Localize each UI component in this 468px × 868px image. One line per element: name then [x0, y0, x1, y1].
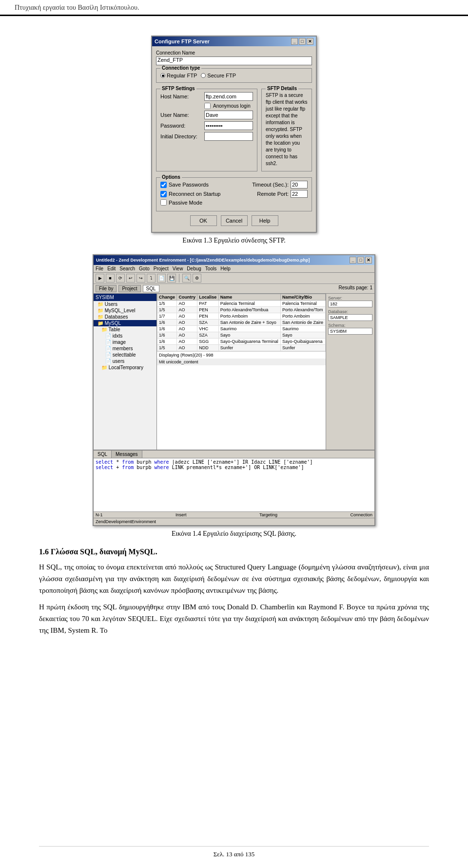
- bottom-tab-messages[interactable]: Messages: [112, 451, 142, 458]
- user-input[interactable]: [204, 111, 253, 119]
- tree-item-members[interactable]: 📄 members: [94, 345, 156, 352]
- toolbar-btn-1[interactable]: ▶: [96, 274, 104, 283]
- minimize-btn[interactable]: _: [291, 38, 298, 45]
- ide-table-area: Change Country Localise Name Name/City/B…: [157, 294, 374, 450]
- tree-item-users2[interactable]: 📄 users: [94, 358, 156, 364]
- menu-debug[interactable]: Debug: [187, 266, 201, 271]
- schema-label: Schema:: [328, 323, 372, 328]
- menu-file[interactable]: File: [96, 266, 103, 271]
- results-heading: Results page: 1: [339, 285, 373, 292]
- ide-minimize-btn[interactable]: _: [350, 257, 356, 264]
- toolbar-btn-5[interactable]: ↪: [136, 274, 145, 283]
- toolbar-btn-7[interactable]: 📄: [157, 274, 166, 283]
- maximize-btn[interactable]: □: [299, 38, 306, 45]
- toolbar-btn-2[interactable]: ■: [106, 274, 115, 283]
- col-namecity: Name/City/Bio: [281, 294, 326, 301]
- cancel-button[interactable]: Cancel: [221, 215, 248, 226]
- cell-country: AO: [177, 339, 197, 345]
- password-input[interactable]: [204, 121, 253, 130]
- toolbar-btn-8[interactable]: 💾: [167, 274, 176, 283]
- tab-sql[interactable]: SQL: [143, 285, 159, 292]
- reconnect-row: Reconnect on Startup Remote Port:: [160, 190, 308, 198]
- figure-1-container: Configure FTP Server _ □ ✕ Connection Na…: [39, 36, 429, 245]
- ftp-dialog-title: Configure FTP Server: [155, 38, 210, 44]
- ide-bottom-panel: SQL Messages select * from burph where |…: [94, 450, 374, 518]
- cell-country: AO: [177, 332, 197, 339]
- initial-dir-input[interactable]: [204, 132, 253, 141]
- host-row: Host Name:: [160, 92, 253, 101]
- password-label: Password:: [160, 123, 204, 129]
- sql-input-area[interactable]: select * from burph where |adezc LINE ['…: [94, 458, 374, 511]
- help-button[interactable]: Help: [252, 215, 278, 226]
- options-label: Options: [160, 174, 182, 180]
- status-text: Displaying (Rows)(20) - 998: [159, 353, 214, 358]
- menu-edit[interactable]: Edit: [107, 266, 116, 271]
- initial-dir-row: Initial Directory:: [160, 132, 253, 141]
- page-header: Πτυχιακή εργασία του Βασίλη Ιστικόπουλου…: [0, 0, 468, 16]
- tab-project[interactable]: Project: [118, 285, 140, 292]
- schema-value: SYSIBM: [328, 328, 372, 335]
- toolbar-btn-4[interactable]: ↩: [126, 274, 135, 283]
- tree-item-mysqllevel[interactable]: 📁 MySQL_Level: [94, 307, 156, 314]
- table-row: 1/7 AO PEN Porto Amboim Porto Amboim: [157, 313, 326, 320]
- host-input[interactable]: [204, 92, 253, 101]
- sql-text-2: burph: [136, 459, 154, 465]
- cell-name: San Antonio de Zaire + Soyo: [218, 320, 280, 326]
- passive-mode-checkbox[interactable]: [160, 199, 167, 206]
- ide-toolbar: ▶ ■ ⟳ ↩ ↪ ⤵ 📄 💾 🔍 ⚙: [94, 273, 374, 284]
- timeout-input[interactable]: [291, 181, 308, 189]
- save-passwords-checkbox[interactable]: [160, 182, 167, 188]
- password-row: Password:: [160, 121, 253, 130]
- tree-item-table[interactable]: 📁 Table: [94, 326, 156, 333]
- menu-goto[interactable]: Goto: [139, 266, 150, 271]
- conn-name-row: Zend_FTP: [156, 57, 312, 65]
- toolbar-btn-9[interactable]: 🔍: [182, 274, 191, 283]
- ide-maximize-btn[interactable]: □: [357, 257, 364, 264]
- cell-change: 1/6: [157, 320, 177, 326]
- sql-text-4: +: [116, 465, 122, 470]
- toolbar-btn-6[interactable]: ⤵: [147, 274, 156, 283]
- ftp-dialog-titlebar: Configure FTP Server _ □ ✕: [152, 37, 316, 46]
- close-btn[interactable]: ✕: [307, 38, 313, 45]
- ok-button[interactable]: OK: [190, 215, 217, 226]
- menu-project[interactable]: Project: [154, 266, 169, 271]
- col-country: Country: [177, 294, 197, 301]
- tree-item-databases[interactable]: 📁 Databases: [94, 314, 156, 320]
- sql-text-6: LINK premanentl*s ezname+'] OR LINK['ezn…: [172, 465, 304, 470]
- cell-name: Sayo-Quibaiguarena Terminal: [218, 339, 280, 345]
- tree-item-users[interactable]: 📁 Users: [94, 301, 156, 307]
- user-row: User Name:: [160, 111, 253, 119]
- menu-tools[interactable]: Tools: [205, 266, 216, 271]
- tree-item-image[interactable]: 📄 image: [94, 339, 156, 345]
- ide-close-btn[interactable]: ✕: [365, 257, 372, 264]
- tree-item-selecttable[interactable]: 📄 selecttable: [94, 352, 156, 358]
- bottom-tab-sql[interactable]: SQL: [94, 451, 112, 458]
- conn-name-input[interactable]: Zend_FTP: [156, 57, 312, 65]
- cell-localise: SZA: [197, 320, 218, 326]
- tree-item-idxts[interactable]: 📄 idxts: [94, 333, 156, 339]
- passive-mode-label: Passive Mode: [169, 200, 202, 206]
- sql-keyword-where: where: [154, 459, 169, 465]
- secure-ftp-radio[interactable]: Secure FTP: [201, 73, 236, 78]
- toolbar-btn-10[interactable]: ⚙: [193, 274, 201, 283]
- cell-country: AO: [177, 313, 197, 320]
- tab-fileby[interactable]: File by: [96, 285, 117, 292]
- regular-ftp-radio[interactable]: Regular FTP: [160, 73, 197, 78]
- reconnect-checkbox[interactable]: [160, 191, 167, 197]
- page-footer: Σελ. 13 από 135: [39, 846, 429, 858]
- cell-country: AO: [177, 307, 197, 313]
- status-insert: Insert: [176, 512, 187, 517]
- tree-item-localtemp[interactable]: 📁 LocalTemporary: [94, 364, 156, 371]
- toolbar-btn-3[interactable]: ⟳: [116, 274, 125, 283]
- menu-help[interactable]: Help: [220, 266, 231, 271]
- sql-text-3: |adezc LINE ['ezname+'] IR Idazc LINE ['…: [172, 459, 313, 465]
- cell-country: AO: [177, 345, 197, 351]
- cell-localise: SZA: [197, 332, 218, 339]
- menu-search[interactable]: Search: [119, 266, 135, 271]
- menu-view[interactable]: View: [173, 266, 183, 271]
- table-row: 1/6 AO VHC Saurimo Saurimo: [157, 326, 326, 332]
- anon-checkbox[interactable]: [204, 103, 211, 109]
- ide-server-panel: Server: 182 Database: SAMPLE Schema: SYS…: [326, 294, 374, 450]
- tree-item-mysql[interactable]: 📁 MySQL: [94, 320, 156, 326]
- remote-port-input[interactable]: [291, 190, 308, 198]
